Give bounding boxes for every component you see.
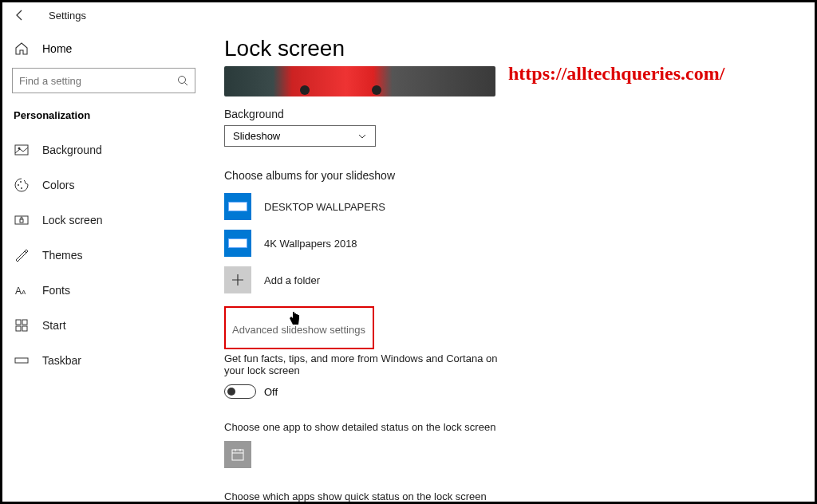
sidebar-item-taskbar[interactable]: Taskbar xyxy=(2,343,208,378)
home-button[interactable]: Home xyxy=(2,33,208,65)
sidebar-item-themes[interactable]: Themes xyxy=(2,238,208,273)
nav-label: Colors xyxy=(42,179,74,191)
sidebar-item-start[interactable]: Start xyxy=(2,308,208,343)
plus-icon xyxy=(224,266,251,293)
sidebar-item-lock-screen[interactable]: Lock screen xyxy=(2,203,208,238)
svg-point-0 xyxy=(179,77,186,84)
sidebar-item-background[interactable]: Background xyxy=(2,132,208,167)
folder-icon xyxy=(224,193,251,220)
home-icon xyxy=(14,41,30,57)
fonts-icon: AA xyxy=(14,282,30,298)
lock-screen-preview xyxy=(224,66,495,96)
search-box[interactable] xyxy=(12,68,195,93)
svg-point-5 xyxy=(21,187,22,189)
nav-label: Start xyxy=(42,319,66,332)
chevron-down-icon xyxy=(357,132,367,141)
nav-label: Fonts xyxy=(42,284,70,297)
section-title: Personalization xyxy=(2,106,208,132)
folder-icon xyxy=(224,230,251,257)
sidebar-item-colors[interactable]: Colors xyxy=(2,167,208,203)
svg-rect-15 xyxy=(232,450,243,460)
toggle-state: Off xyxy=(264,386,278,398)
album-name: 4K Wallpapers 2018 xyxy=(264,238,357,250)
nav-label: Taskbar xyxy=(42,354,81,367)
cursor-hand-icon xyxy=(288,310,301,326)
svg-point-3 xyxy=(18,184,19,186)
watermark-url: https://alltechqueries.com/ xyxy=(508,63,724,85)
svg-rect-10 xyxy=(16,320,21,325)
sidebar-item-fonts[interactable]: AA Fonts xyxy=(2,273,208,308)
svg-rect-13 xyxy=(22,326,27,331)
background-dropdown[interactable]: Slideshow xyxy=(224,125,376,147)
svg-rect-11 xyxy=(22,320,27,325)
nav-label: Background xyxy=(42,144,102,156)
nav-label: Lock screen xyxy=(42,214,102,226)
home-label: Home xyxy=(42,42,72,55)
search-icon xyxy=(177,75,188,86)
themes-icon xyxy=(14,247,30,263)
start-icon xyxy=(14,317,30,333)
lock-screen-icon xyxy=(14,212,30,228)
search-input[interactable] xyxy=(19,75,177,87)
svg-rect-12 xyxy=(16,326,21,331)
add-folder-button[interactable]: Add a folder xyxy=(224,266,799,293)
search-wrap xyxy=(2,65,208,106)
svg-rect-14 xyxy=(15,358,28,363)
dropdown-value: Slideshow xyxy=(233,130,280,142)
fun-facts-toggle[interactable] xyxy=(224,384,256,399)
svg-text:A: A xyxy=(15,285,22,297)
picture-icon xyxy=(14,142,30,158)
sidebar: Settings Home Personalization Background… xyxy=(2,2,208,502)
detailed-status-label: Choose one app to show detailed status o… xyxy=(224,421,511,433)
svg-point-4 xyxy=(20,181,22,183)
svg-rect-7 xyxy=(20,219,23,222)
calendar-icon xyxy=(230,447,246,463)
background-label: Background xyxy=(224,108,799,120)
taskbar-icon xyxy=(14,352,30,368)
app-title: Settings xyxy=(49,10,86,22)
page-title: Lock screen xyxy=(224,36,799,61)
svg-text:A: A xyxy=(22,289,26,296)
add-folder-label: Add a folder xyxy=(264,274,320,286)
albums-label: Choose albums for your slideshow xyxy=(224,169,799,182)
quick-status-label: Choose which apps show quick status on t… xyxy=(224,490,511,502)
album-item[interactable]: DESKTOP WALLPAPERS xyxy=(224,193,799,220)
fun-facts-label: Get fun facts, tips, and more from Windo… xyxy=(224,352,511,376)
header-row: Settings xyxy=(2,9,208,33)
back-icon[interactable] xyxy=(14,9,26,22)
nav-label: Themes xyxy=(42,249,83,262)
album-item[interactable]: 4K Wallpapers 2018 xyxy=(224,230,799,257)
album-name: DESKTOP WALLPAPERS xyxy=(264,201,385,213)
detailed-status-app-tile[interactable] xyxy=(224,441,251,468)
palette-icon xyxy=(14,177,30,193)
